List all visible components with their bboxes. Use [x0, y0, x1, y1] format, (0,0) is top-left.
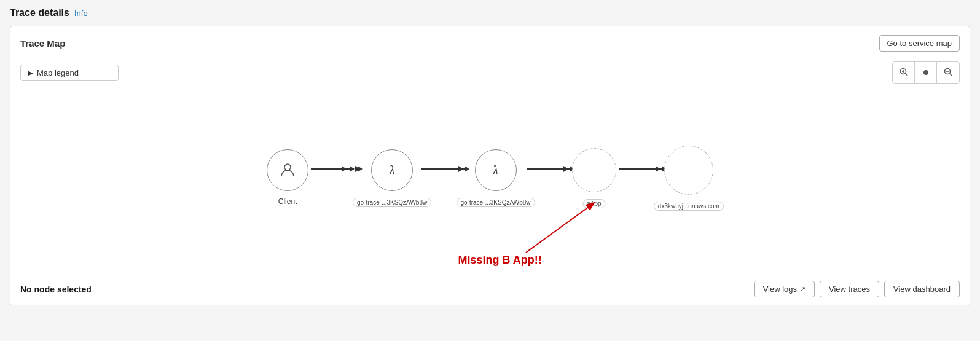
view-dashboard-button[interactable]: View dashboard: [884, 281, 960, 297]
missing-annotation-text: Missing B App!!: [458, 254, 542, 266]
view-traces-label: View traces: [829, 284, 870, 294]
node-lambda-context[interactable]: λ go-trace-...3KSQzAWb8w Lambda Context: [365, 149, 419, 206]
card-footer: No node selected View logs ↗ View traces…: [10, 273, 970, 305]
legend-label: Map legend: [37, 68, 79, 77]
arrow-1: [311, 166, 363, 172]
view-logs-button[interactable]: View logs ↗: [754, 281, 815, 297]
client-icon: [278, 160, 297, 181]
client-label: Client: [278, 197, 297, 206]
legend-triangle-icon: ▶: [28, 69, 33, 76]
go-to-service-map-button[interactable]: Go to service map: [879, 35, 960, 52]
lambda-context-circle[interactable]: λ: [371, 149, 413, 191]
view-traces-button[interactable]: View traces: [820, 281, 879, 297]
svg-line-5: [950, 73, 952, 76]
external-link-icon: ↗: [800, 285, 806, 293]
missing-annotation: Missing B App!!: [477, 197, 612, 261]
lambda-function-circle[interactable]: λ: [475, 149, 517, 191]
arrow-2: [421, 168, 465, 170]
client-circle[interactable]: [267, 149, 308, 191]
info-link[interactable]: Info: [74, 9, 88, 18]
zoom-dot-indicator: [923, 70, 928, 75]
arrow-4: [619, 168, 662, 170]
node-remote[interactable]: dx3kwbyj...onaws.com Remote: [664, 146, 713, 210]
zoom-reset-button[interactable]: [915, 62, 937, 83]
footer-actions: View logs ↗ View traces View dashboard: [754, 281, 960, 297]
lambda-context-badge: go-trace-...3KSQzAWb8w: [353, 198, 431, 207]
card-title: Trace Map: [20, 38, 65, 49]
aapp-circle[interactable]: [572, 148, 616, 192]
svg-line-1: [905, 73, 907, 76]
svg-line-9: [526, 203, 594, 253]
no-node-selected-label: No node selected: [20, 284, 92, 294]
svg-point-7: [284, 164, 291, 170]
zoom-controls: [892, 61, 960, 84]
red-arrow-svg: [477, 197, 612, 259]
map-legend-button[interactable]: ▶ Map legend: [20, 65, 119, 81]
trace-map-area: Client λ go-trace-...3KSQzAWb8w Lambda C…: [10, 88, 970, 273]
node-client[interactable]: Client: [267, 149, 308, 206]
remote-badge: dx3kwbyj...onaws.com: [654, 202, 724, 211]
lambda-context-icon: λ: [390, 163, 395, 178]
zoom-out-button[interactable]: [937, 62, 959, 83]
view-logs-label: View logs: [763, 284, 797, 294]
zoom-out-icon: [944, 68, 952, 78]
card-header: Trace Map Go to service map: [10, 26, 970, 58]
remote-circle[interactable]: [664, 146, 713, 195]
zoom-in-icon: [900, 68, 908, 78]
zoom-in-button[interactable]: [893, 62, 915, 83]
main-card: Trace Map Go to service map ▶ Map legend: [10, 26, 970, 305]
map-controls-row: ▶ Map legend: [10, 58, 970, 88]
lambda-function-icon: λ: [493, 163, 498, 178]
view-dashboard-label: View dashboard: [893, 284, 951, 294]
arrow-3: [527, 168, 570, 170]
page-title: Trace details: [10, 7, 69, 18]
